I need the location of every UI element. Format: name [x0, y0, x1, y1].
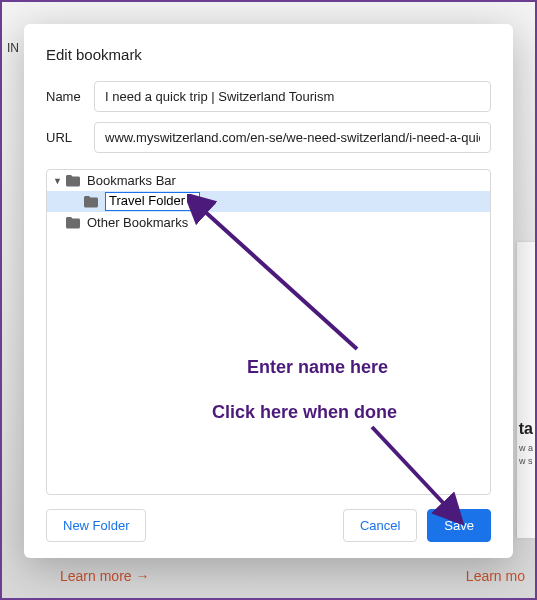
- tree-label-bookmarks-bar: Bookmarks Bar: [87, 173, 176, 188]
- backdrop-learn-more-right: Learn mo: [466, 568, 525, 584]
- backdrop-card-text-fragment: w a w s: [519, 442, 533, 467]
- backdrop-card-fragment: [517, 242, 535, 538]
- tree-row-bookmarks-bar[interactable]: ▼ Bookmarks Bar: [47, 170, 490, 191]
- url-label: URL: [46, 130, 94, 145]
- url-input[interactable]: [94, 122, 491, 153]
- cancel-button[interactable]: Cancel: [343, 509, 417, 542]
- backdrop-learn-more-left: Learn more →: [60, 568, 149, 584]
- folder-icon: [83, 195, 99, 208]
- folder-icon: [65, 216, 81, 229]
- edit-bookmark-dialog: Edit bookmark Name URL ▼ Bookmarks Bar O…: [24, 24, 513, 558]
- save-button[interactable]: Save: [427, 509, 491, 542]
- folder-icon: [65, 174, 81, 187]
- backdrop-text-fragment: IN: [7, 41, 19, 55]
- dialog-title: Edit bookmark: [46, 46, 491, 63]
- backdrop-card-title-fragment: ta: [519, 420, 533, 438]
- tree-row-editing-folder[interactable]: [47, 191, 490, 212]
- dialog-button-row: New Folder Cancel Save: [46, 509, 491, 542]
- name-input[interactable]: [94, 81, 491, 112]
- new-folder-button[interactable]: New Folder: [46, 509, 146, 542]
- folder-name-input[interactable]: [105, 192, 200, 210]
- url-row: URL: [46, 122, 491, 153]
- tree-row-other-bookmarks[interactable]: Other Bookmarks: [47, 212, 490, 233]
- name-row: Name: [46, 81, 491, 112]
- folder-tree[interactable]: ▼ Bookmarks Bar Other Bookmarks: [46, 169, 491, 495]
- disclosure-triangle-icon[interactable]: ▼: [53, 176, 63, 186]
- name-label: Name: [46, 89, 94, 104]
- tree-label-other-bookmarks: Other Bookmarks: [87, 215, 188, 230]
